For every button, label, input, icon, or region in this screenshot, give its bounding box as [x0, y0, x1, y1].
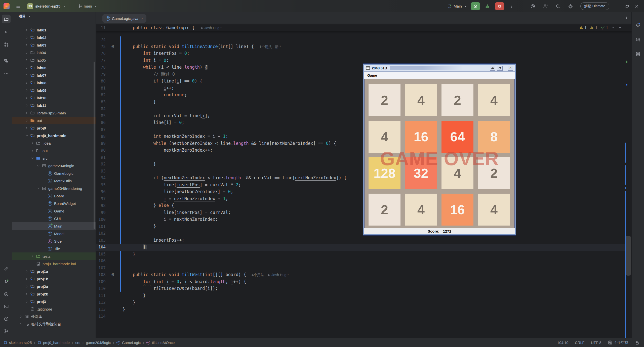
line-number[interactable]: 94 [96, 175, 106, 182]
tree-item-proj3[interactable]: proj3 [12, 298, 96, 305]
chevron-collapsed-icon[interactable] [25, 299, 29, 303]
code-line-98[interactable]: 98 } else { [96, 202, 625, 209]
chevron-collapsed-icon[interactable] [25, 269, 29, 273]
pull-requests-toolwindow-button[interactable] [2, 40, 11, 49]
line-separator[interactable]: CRLF [575, 341, 584, 345]
tree-item-proj2a[interactable]: proj2a [12, 283, 96, 290]
chevron-collapsed-icon[interactable] [25, 126, 29, 130]
code-line-text[interactable]: i = nextNonZeroIndex; [123, 216, 218, 223]
line-number[interactable]: 113 [96, 306, 106, 313]
stripe-mark-green[interactable] [626, 61, 627, 63]
code-line-80[interactable]: 80 if (line[i] == 0) { [96, 78, 625, 85]
chevron-collapsed-icon[interactable] [25, 103, 29, 107]
stop-button[interactable] [495, 2, 504, 10]
tree-item-Model[interactable]: CModel [12, 230, 96, 237]
main-menu-button[interactable] [13, 2, 24, 10]
chevron-collapsed-icon[interactable] [25, 81, 29, 85]
game-close-button[interactable]: ✕ [508, 66, 513, 71]
line-number[interactable]: 87 [96, 126, 106, 133]
tree-item-lab03[interactable]: lab03 [12, 41, 96, 49]
code-line-84[interactable]: 84 [96, 105, 625, 112]
code-line-text[interactable]: line[insertPos] = currVal; [123, 209, 231, 216]
line-number[interactable]: 97 [96, 195, 106, 202]
code-line-113[interactable]: 113} [96, 306, 625, 313]
readonly-toggle[interactable] [635, 340, 639, 345]
code-line-107[interactable]: 107 [96, 265, 625, 272]
code-line-77[interactable]: 77 int i = 0; [96, 57, 625, 64]
code-line-text[interactable]: line[insertPos] = currVal * 2; [123, 182, 241, 189]
code-line-text[interactable]: } [123, 223, 156, 230]
code-line-94[interactable]: 94 if (nextNonZeroIndex < line.length &&… [96, 175, 625, 182]
code-line-89[interactable]: 89 while (nextNonZeroIndex < line.length… [96, 140, 625, 147]
chevron-collapsed-icon[interactable] [25, 88, 29, 92]
gutter-annotation-icon[interactable]: @ [110, 272, 115, 277]
tree-item-proj1a[interactable]: proj1a [12, 268, 96, 275]
git-branch-toolwindow-button[interactable] [2, 327, 11, 335]
line-number[interactable]: 96 [96, 188, 106, 195]
code-line-text[interactable]: insertPos++; [123, 237, 184, 244]
sticky-line-code[interactable]: public class GameLogic { Josh Hug * [123, 24, 222, 32]
tree-item-Board[interactable]: CBoard [12, 192, 96, 200]
line-number[interactable]: 84 [96, 105, 106, 112]
line-number[interactable]: 77 [96, 57, 106, 64]
code-line-87[interactable]: 87 [96, 126, 625, 133]
line-number[interactable]: 74 [96, 36, 106, 43]
breadcrumb-src[interactable]: src [75, 341, 80, 345]
code-line-text[interactable]: nextNonZeroIndex++; [123, 147, 213, 154]
structure-toolwindow-button[interactable] [2, 57, 11, 65]
tree-item-src[interactable]: src [12, 154, 96, 162]
line-number[interactable]: 111 [96, 292, 106, 299]
commit-toolwindow-button[interactable] [2, 27, 11, 36]
project-widget[interactable]: SS skeleton-sp25 [27, 3, 66, 9]
line-number[interactable]: 90 [96, 147, 106, 154]
run-configuration-selector[interactable]: Main [447, 4, 467, 9]
code-line-text[interactable]: int i = 0; [123, 57, 169, 64]
tree-item-BoardWidget[interactable]: CBoardWidget [12, 200, 96, 207]
tree-item-lab11[interactable]: lab11 [12, 102, 96, 109]
line-number[interactable]: 88 [96, 133, 106, 140]
code-line-text[interactable]: i = nextNonZeroIndex + 1; [123, 195, 228, 202]
database-toolwindow-button[interactable] [633, 50, 642, 58]
file-encoding[interactable]: UTF-8 [591, 341, 601, 345]
code-line-114[interactable]: 114 [96, 313, 625, 320]
vcs-branch-widget[interactable]: main [78, 4, 97, 8]
code-vision-hint[interactable]: 1个用法 [259, 45, 272, 49]
code-line-96[interactable]: 96 line[nextNonZeroIndex] = 0; [96, 188, 625, 195]
code-line-text[interactable]: } else { [123, 202, 174, 209]
code-line-111[interactable]: 111 } [96, 292, 625, 299]
tree-item-lab01[interactable]: lab01 [12, 26, 96, 34]
game-window-titlebar[interactable]: 2048 61B ✕ [364, 65, 515, 72]
line-number[interactable]: 107 [96, 265, 106, 272]
code-line-88[interactable]: 88 int nextNonZeroIndex = i + 1; [96, 133, 625, 140]
code-vision-hint[interactable]: 4个用法 [252, 273, 264, 277]
line-number[interactable]: 95 [96, 182, 106, 189]
chevron-collapsed-icon[interactable] [25, 28, 29, 32]
tree-item-.idea[interactable]: .idea [12, 139, 96, 147]
code-line-100[interactable]: 100 i = nextNonZeroIndex; [96, 216, 625, 223]
line-number[interactable]: 79 [96, 71, 106, 78]
code-line-text[interactable]: } [123, 306, 125, 313]
code-line-103[interactable]: 103 insertPos++; [96, 237, 625, 244]
tab-gamelogic-java[interactable]: C GameLogic.java × [102, 14, 146, 23]
chevron-collapsed-icon[interactable] [25, 292, 29, 296]
code-line-81[interactable]: 81 i++; [96, 85, 625, 92]
code-line-text[interactable]: if (nextNonZeroIndex < line.length && cu… [123, 175, 347, 182]
error-stripe[interactable] [625, 24, 632, 338]
code-line-83[interactable]: 83 } [96, 99, 625, 106]
chevron-collapsed-icon[interactable] [25, 66, 29, 70]
tree-item-lab04[interactable]: lab04 [12, 49, 96, 56]
code-line-90[interactable]: 90 nextNonZeroIndex++; [96, 147, 625, 154]
line-number[interactable]: 106 [96, 257, 106, 265]
tree-item-GameLogic[interactable]: CGameLogic [12, 169, 96, 177]
line-number[interactable]: 85 [96, 112, 106, 119]
code-line-112[interactable]: 112 } [96, 299, 625, 306]
tree-item-out[interactable]: out [12, 147, 96, 154]
sticky-header-line[interactable]: 11 public class GameLogic { Josh Hug * [96, 24, 632, 31]
line-number[interactable]: 109 [96, 278, 106, 285]
prev-problem-chevron-up-icon[interactable] [611, 26, 615, 29]
chevron-collapsed-icon[interactable] [25, 35, 29, 39]
line-number[interactable]: 93 [96, 168, 106, 175]
code-line-85[interactable]: 85 int currVal = line[i]; [96, 112, 625, 119]
code-line-text[interactable]: for (int i = 0; i < board.length; i++) { [123, 278, 246, 285]
author-hint[interactable]: Josh Hug * [200, 26, 222, 30]
